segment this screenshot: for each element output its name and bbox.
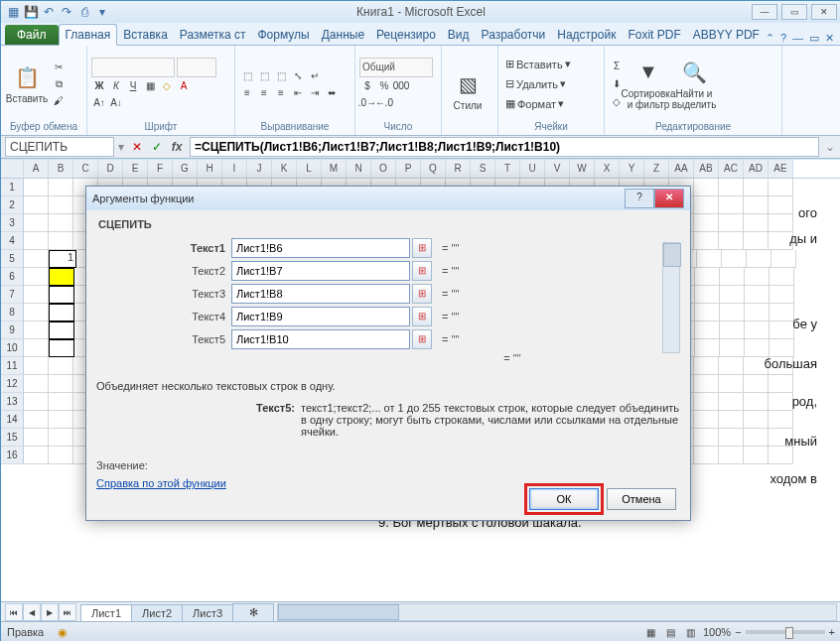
arg-input-3[interactable]	[231, 284, 410, 304]
cell[interactable]	[49, 196, 73, 214]
cell[interactable]	[720, 321, 745, 339]
col-header[interactable]: X	[595, 160, 620, 178]
cell[interactable]	[744, 447, 769, 464]
range-select-icon[interactable]: ⊞	[412, 284, 432, 304]
tab-view[interactable]: Вид	[442, 25, 476, 45]
cell[interactable]	[24, 196, 49, 214]
cell[interactable]	[745, 304, 770, 321]
cell[interactable]	[24, 447, 49, 464]
cell[interactable]	[24, 250, 49, 268]
col-header[interactable]	[1, 160, 24, 178]
paste-button[interactable]: 📋 Вставить	[5, 64, 49, 104]
maximize-button[interactable]: ▭	[781, 4, 807, 20]
cell[interactable]	[695, 304, 720, 321]
col-header[interactable]: D	[98, 160, 123, 178]
increase-decimal-icon[interactable]: .0→	[359, 95, 375, 111]
format-cells-button[interactable]: ▦ Формат ▾	[502, 94, 574, 113]
cell[interactable]	[694, 357, 719, 375]
fill-color-icon[interactable]: ◇	[159, 78, 175, 94]
qat-more-icon[interactable]: ▾	[94, 4, 110, 20]
wrap-text-icon[interactable]: ↵	[307, 67, 323, 83]
doc-minimize-icon[interactable]: —	[792, 32, 803, 45]
col-header[interactable]: T	[495, 160, 520, 178]
font-family-select[interactable]	[91, 58, 175, 77]
range-select-icon[interactable]: ⊞	[412, 238, 432, 258]
merge-icon[interactable]: ⬌	[324, 84, 340, 100]
minimize-button[interactable]: —	[752, 4, 777, 20]
row-header[interactable]: 9	[1, 321, 24, 339]
cell[interactable]	[24, 393, 49, 411]
tab-data[interactable]: Данные	[316, 25, 370, 45]
close-button[interactable]: ✕	[811, 4, 837, 20]
cell[interactable]	[769, 447, 793, 464]
col-header[interactable]: P	[396, 160, 421, 178]
arg-input-5[interactable]	[231, 329, 410, 349]
sheet-tab-3[interactable]: Лист3	[182, 604, 233, 621]
row-header[interactable]: 3	[1, 214, 24, 232]
row-header[interactable]: 4	[1, 232, 24, 250]
col-header[interactable]: S	[471, 160, 495, 178]
cell[interactable]	[695, 268, 720, 286]
cell[interactable]	[49, 429, 73, 447]
cell[interactable]	[744, 375, 769, 393]
cell[interactable]	[744, 411, 769, 429]
ok-button[interactable]: ОК	[529, 488, 599, 510]
decrease-indent-icon[interactable]: ⇤	[290, 84, 306, 100]
col-header[interactable]: AD	[744, 160, 769, 178]
arg-input-1[interactable]	[231, 238, 410, 258]
dialog-titlebar[interactable]: Аргументы функции ? ✕	[86, 187, 690, 210]
row-header[interactable]: 10	[1, 339, 24, 357]
view-normal-icon[interactable]: ▦	[643, 624, 659, 640]
cell[interactable]	[769, 375, 793, 393]
cell[interactable]	[745, 321, 770, 339]
cell[interactable]	[49, 375, 73, 393]
col-header[interactable]: W	[570, 160, 595, 178]
row-header[interactable]: 13	[1, 393, 24, 411]
font-color-icon[interactable]: A	[176, 78, 192, 94]
cell[interactable]	[744, 232, 769, 250]
row-header[interactable]: 14	[1, 411, 24, 429]
cell[interactable]	[24, 411, 49, 429]
range-select-icon[interactable]: ⊞	[412, 261, 432, 281]
row-header[interactable]: 2	[1, 196, 24, 214]
col-header[interactable]: Z	[644, 160, 669, 178]
tab-formulas[interactable]: Формулы	[252, 25, 316, 45]
horizontal-scrollbar[interactable]	[277, 603, 837, 621]
sheet-tab-2[interactable]: Лист2	[131, 604, 183, 621]
cell[interactable]	[24, 179, 49, 196]
cell[interactable]	[722, 250, 747, 268]
col-header[interactable]: B	[49, 160, 73, 178]
cell[interactable]	[770, 304, 794, 321]
args-scrollbar[interactable]	[662, 242, 680, 353]
view-pagebreak-icon[interactable]: ▥	[683, 624, 699, 640]
align-center-icon[interactable]: ≡	[256, 84, 272, 100]
cell[interactable]	[24, 357, 49, 375]
range-select-icon[interactable]: ⊞	[412, 329, 432, 349]
cell[interactable]	[49, 447, 73, 464]
zoom-in-icon[interactable]: +	[829, 626, 835, 638]
cell[interactable]	[770, 339, 794, 357]
cell[interactable]	[744, 179, 769, 196]
bold-icon[interactable]: Ж	[91, 78, 107, 94]
cell[interactable]	[720, 286, 745, 304]
zoom-out-icon[interactable]: −	[735, 626, 741, 638]
cell[interactable]	[744, 429, 769, 447]
sheet-nav-prev-icon[interactable]: ◀	[23, 603, 41, 621]
cell[interactable]	[694, 196, 719, 214]
qat-undo-icon[interactable]: ↶	[41, 4, 57, 20]
col-header[interactable]: O	[371, 160, 396, 178]
cell[interactable]	[769, 196, 793, 214]
col-header[interactable]: AA	[669, 160, 694, 178]
italic-icon[interactable]: К	[108, 78, 124, 94]
qat-save-icon[interactable]: 💾	[23, 4, 39, 20]
col-header[interactable]: N	[347, 160, 371, 178]
cell[interactable]	[49, 357, 73, 375]
col-header[interactable]: E	[123, 160, 148, 178]
cell[interactable]	[769, 393, 793, 411]
dialog-help-button[interactable]: ?	[625, 189, 654, 208]
col-header[interactable]: AB	[694, 160, 719, 178]
tab-foxit[interactable]: Foxit PDF	[622, 25, 686, 45]
cell[interactable]	[719, 411, 744, 429]
cell[interactable]	[769, 214, 793, 232]
cell[interactable]	[719, 447, 744, 464]
